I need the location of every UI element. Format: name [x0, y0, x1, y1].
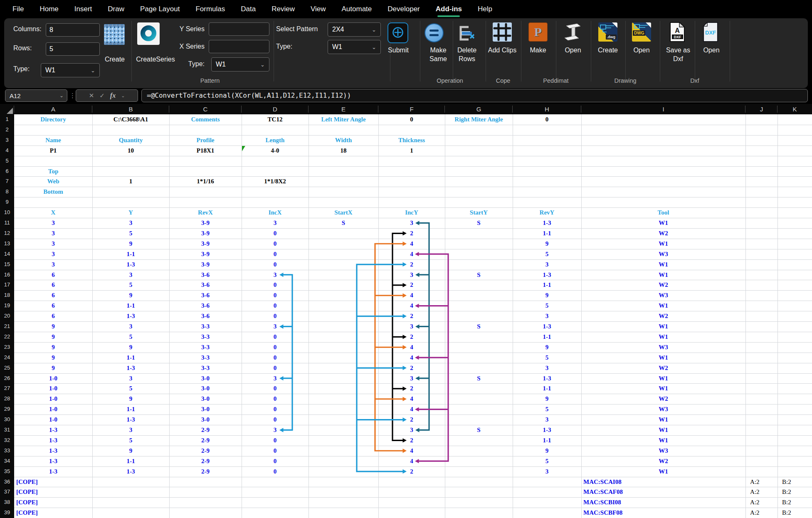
- cell-D21[interactable]: 3: [242, 321, 308, 332]
- cell-A17[interactable]: 6: [15, 280, 92, 290]
- cell-A39[interactable]: [COPE]: [15, 508, 94, 518]
- cell-D12[interactable]: 0: [242, 228, 308, 239]
- cell-F10[interactable]: IncY: [379, 207, 444, 218]
- row-header-5[interactable]: 5: [0, 156, 14, 166]
- cell-D14[interactable]: 0: [242, 249, 308, 259]
- cell-C32[interactable]: 2-9: [170, 435, 241, 446]
- cell-A12[interactable]: 3: [15, 228, 92, 239]
- col-header-B[interactable]: B: [92, 104, 169, 114]
- cell-B10[interactable]: Y: [93, 207, 169, 218]
- cell-F23[interactable]: 4: [379, 342, 444, 353]
- select-all-corner[interactable]: [7, 108, 13, 114]
- cell-H14[interactable]: 5: [513, 249, 581, 259]
- cell-A31[interactable]: 1-3: [15, 425, 92, 435]
- make-same-icon[interactable]: [425, 23, 444, 42]
- cell-D4[interactable]: 4-0: [242, 146, 308, 156]
- cell-I39[interactable]: MAC:SCBF08: [582, 508, 747, 518]
- cell-H29[interactable]: 5: [513, 404, 581, 414]
- cell-B1[interactable]: C:\C3668\A1: [93, 114, 169, 125]
- menu-item-draw[interactable]: Draw: [108, 5, 124, 13]
- cell-E4[interactable]: 18: [309, 146, 378, 156]
- cell-A27[interactable]: 1-0: [15, 383, 92, 394]
- row-header-10[interactable]: 10: [0, 207, 14, 218]
- cell-H23[interactable]: 9: [513, 342, 581, 353]
- cell-A34[interactable]: 1-3: [15, 456, 92, 466]
- cell-B18[interactable]: 9: [93, 290, 169, 301]
- cell-B19[interactable]: 1-1: [93, 301, 169, 311]
- cell-C22[interactable]: 3-3: [170, 332, 241, 342]
- cell-C21[interactable]: 3-3: [170, 321, 241, 332]
- pattern-type-select[interactable]: W1 ⌄: [328, 40, 381, 54]
- cell-A22[interactable]: 9: [15, 332, 92, 342]
- cell-C33[interactable]: 2-9: [170, 446, 241, 456]
- cell-B11[interactable]: 3: [93, 218, 169, 228]
- cell-H22[interactable]: 1-1: [513, 332, 581, 342]
- cell-E3[interactable]: Width: [309, 135, 378, 146]
- cell-C11[interactable]: 3-9: [170, 218, 241, 228]
- cell-H26[interactable]: 1-3: [513, 373, 581, 384]
- cell-D33[interactable]: 0: [242, 446, 308, 456]
- cell-C3[interactable]: Profile: [170, 135, 241, 146]
- cell-I38[interactable]: MAC:SCBI08: [582, 497, 747, 508]
- cell-I22[interactable]: W1: [582, 332, 745, 342]
- peddimat-make-button[interactable]: Make: [523, 46, 553, 54]
- menu-item-view[interactable]: View: [311, 5, 326, 13]
- cell-D31[interactable]: 3: [242, 425, 308, 435]
- cell-A16[interactable]: 6: [15, 270, 92, 280]
- create-series-button[interactable]: CreateSeries: [131, 55, 180, 64]
- add-clips-icon[interactable]: [493, 22, 512, 42]
- cell-I16[interactable]: W1: [582, 270, 745, 280]
- cell-G21[interactable]: S: [445, 321, 512, 332]
- cell-D18[interactable]: 0: [242, 290, 308, 301]
- row-header-16[interactable]: 16: [0, 270, 14, 280]
- cancel-icon[interactable]: ✕: [89, 92, 94, 99]
- cell-D22[interactable]: 0: [242, 332, 308, 342]
- cell-I15[interactable]: W1: [582, 259, 745, 270]
- cell-A20[interactable]: 6: [15, 311, 92, 321]
- row-header-36[interactable]: 36: [0, 477, 14, 487]
- cell-H19[interactable]: 5: [513, 301, 581, 311]
- rows-input[interactable]: [46, 42, 100, 56]
- cell-B35[interactable]: 1-3: [93, 466, 169, 477]
- menu-item-home[interactable]: Home: [39, 5, 58, 13]
- row-header-39[interactable]: 39: [0, 508, 14, 518]
- create-pattern-icon[interactable]: [104, 24, 125, 45]
- cell-F13[interactable]: 4: [379, 239, 444, 249]
- cell-D17[interactable]: 0: [242, 280, 308, 290]
- row-header-2[interactable]: 2: [0, 125, 14, 135]
- row-header-9[interactable]: 9: [0, 197, 14, 207]
- cell-C15[interactable]: 3-9: [170, 259, 241, 270]
- select-pattern-select[interactable]: 2X4 ⌄: [328, 22, 381, 37]
- cell-F22[interactable]: 2: [379, 332, 444, 342]
- cell-K39[interactable]: B:2: [778, 508, 812, 518]
- cell-I29[interactable]: W3: [582, 404, 745, 414]
- cell-K37[interactable]: B:2: [778, 487, 812, 497]
- cell-H13[interactable]: 9: [513, 239, 581, 249]
- row-header-26[interactable]: 26: [0, 373, 14, 384]
- row-header-18[interactable]: 18: [0, 290, 14, 301]
- menu-item-insert[interactable]: Insert: [74, 5, 92, 13]
- cell-I31[interactable]: W1: [582, 425, 745, 435]
- col-header-F[interactable]: F: [378, 104, 445, 114]
- row-header-8[interactable]: 8: [0, 187, 14, 197]
- cell-H20[interactable]: 3: [513, 311, 581, 321]
- row-header-29[interactable]: 29: [0, 404, 14, 414]
- col-header-H[interactable]: H: [513, 104, 581, 114]
- row-header-7[interactable]: 7: [0, 176, 14, 187]
- cell-I20[interactable]: W2: [582, 311, 745, 321]
- cell-I27[interactable]: W1: [582, 383, 745, 394]
- col-header-I[interactable]: I: [581, 104, 745, 114]
- row-header-12[interactable]: 12: [0, 228, 14, 239]
- cell-F1[interactable]: 0: [379, 114, 444, 125]
- row-header-20[interactable]: 20: [0, 311, 14, 321]
- row-header-6[interactable]: 6: [0, 166, 14, 177]
- row-header-21[interactable]: 21: [0, 321, 14, 332]
- cell-C27[interactable]: 3-0: [170, 383, 241, 394]
- cell-H32[interactable]: 1-1: [513, 435, 581, 446]
- cell-F25[interactable]: 2: [379, 363, 444, 373]
- cell-A15[interactable]: 3: [15, 259, 92, 270]
- cell-B30[interactable]: 1-3: [93, 414, 169, 425]
- row-header-31[interactable]: 31: [0, 425, 14, 435]
- cell-G11[interactable]: S: [445, 218, 512, 228]
- cell-D23[interactable]: 0: [242, 342, 308, 353]
